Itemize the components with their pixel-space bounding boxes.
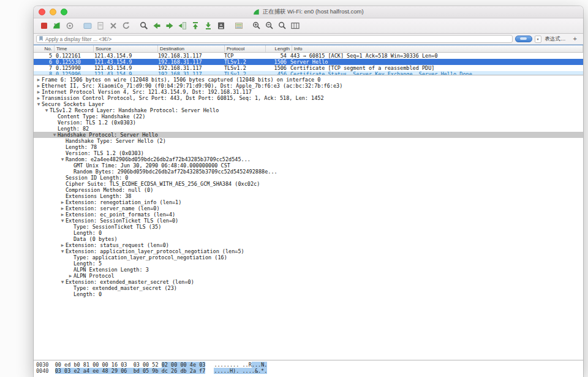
first-packet-icon[interactable] <box>189 20 202 32</box>
expression-button[interactable]: 表达式… <box>544 36 567 43</box>
colorize-packets-icon[interactable] <box>232 20 245 32</box>
zoom-out-icon[interactable] <box>263 20 276 32</box>
expand-arrow-icon[interactable]: ▶ <box>36 77 42 83</box>
hex-bytes[interactable]: 00 ed b0 81 00 00 16 03 03 00 52 <box>55 362 162 368</box>
collapse-arrow-icon[interactable]: ▼ <box>43 107 50 113</box>
auto-scroll-icon[interactable] <box>214 20 227 32</box>
tree-row[interactable]: Handshake Type: Server Hello (2) <box>34 138 583 144</box>
column-header-protocol[interactable]: Protocol <box>225 45 266 52</box>
column-header-info[interactable]: Info <box>292 45 583 52</box>
stop-capture-icon[interactable] <box>37 20 50 32</box>
tree-row[interactable]: Length: 78 <box>34 144 583 150</box>
collapse-arrow-icon[interactable]: ▼ <box>59 248 66 254</box>
ascii-bytes-selected[interactable]: .....H). ....&.*. <box>214 368 267 374</box>
expand-arrow-icon[interactable]: ▶ <box>59 211 66 218</box>
tree-row[interactable]: ▶Extension: server_name (len=0) <box>34 205 583 211</box>
filter-dropdown-arrow[interactable]: ▾ <box>535 36 541 43</box>
zoom-in-icon[interactable] <box>250 20 263 32</box>
tree-row[interactable]: Extensions Length: 38 <box>34 193 583 199</box>
minimize-window-button[interactable] <box>50 9 56 15</box>
last-packet-icon[interactable] <box>202 20 214 32</box>
display-filter-field[interactable] <box>36 35 513 43</box>
column-header-destination[interactable]: Destination <box>158 45 225 52</box>
collapse-arrow-icon[interactable]: ▼ <box>59 156 66 162</box>
expand-arrow-icon[interactable]: ▶ <box>59 242 66 248</box>
ascii-bytes-selected[interactable]: ...N. <box>252 362 268 368</box>
expand-arrow-icon[interactable]: ▶ <box>36 95 42 101</box>
tree-row[interactable]: Cipher Suite: TLS_ECDHE_ECDSA_WITH_AES_2… <box>34 181 583 187</box>
column-header-length[interactable]: Length <box>266 45 292 52</box>
tree-row[interactable]: ▼Random: e2a4ee482906bd059bdc26db2af72b4… <box>34 156 583 162</box>
tree-row[interactable]: ▶Extension: status_request (len=0) <box>34 242 583 248</box>
previous-packet-icon[interactable] <box>150 20 163 32</box>
column-header-no[interactable]: No. <box>34 45 55 52</box>
tree-row[interactable]: ▶Transmission Control Protocol, Src Port… <box>34 95 583 101</box>
filter-apply-button[interactable] <box>515 36 532 42</box>
open-file-icon[interactable] <box>81 20 94 32</box>
tree-row[interactable]: Content Type: Handshake (22) <box>34 113 583 120</box>
expand-arrow-icon[interactable]: ▶ <box>59 199 66 205</box>
packet-row-6[interactable]: 60.125530121.43.154.9192.168.31.117TLSv1… <box>34 59 583 65</box>
tree-row[interactable]: ▼Extension: SessionTicket TLS (len=0) <box>34 218 583 224</box>
packet-row-7[interactable]: 70.125990121.43.154.9192.168.31.117TLSv1… <box>34 65 583 71</box>
tree-row[interactable]: ▶Internet Protocol Version 4, Src: 121.4… <box>34 89 583 95</box>
expand-arrow-icon[interactable]: ▶ <box>36 83 42 89</box>
tree-row[interactable]: Length: 82 <box>34 126 583 132</box>
save-file-icon[interactable] <box>94 20 107 32</box>
collapse-arrow-icon[interactable]: ▼ <box>51 132 58 138</box>
tree-row[interactable]: ▶ALPN Protocol <box>34 273 583 279</box>
display-filter-input[interactable] <box>45 36 510 42</box>
ascii-bytes[interactable]: ........ ..R <box>214 362 251 368</box>
tree-row[interactable]: Type: extended_master_secret (23) <box>34 285 583 291</box>
zoom-window-button[interactable] <box>61 9 67 15</box>
tree-row[interactable]: ALPN Extension Length: 3 <box>34 267 583 273</box>
reload-file-icon[interactable] <box>119 20 132 32</box>
tree-row[interactable]: ▶Extension: renegotiation_info (len=1) <box>34 199 583 205</box>
hex-row[interactable]: 0040 03 03 e2 a4 ee 48 29 06 bd 05 9b dc… <box>36 368 583 374</box>
add-filter-button[interactable]: + <box>570 35 581 43</box>
tree-row[interactable]: Random Bytes: 2906bd059bdc26db2af72b4328… <box>34 169 583 175</box>
tree-row[interactable]: Session ID Length: 0 <box>34 175 583 181</box>
expand-arrow-icon[interactable]: ▶ <box>36 89 42 95</box>
tree-row[interactable]: ▶Extension: ec_point_formats (len=4) <box>34 211 583 218</box>
collapse-arrow-icon[interactable]: ▼ <box>36 101 42 107</box>
filter-bookmark-icon[interactable] <box>39 36 43 42</box>
resize-columns-icon[interactable] <box>288 20 301 32</box>
tree-row[interactable]: Compression Method: null (0) <box>34 187 583 193</box>
tree-row[interactable]: GMT Unix Time: Jun 30, 2090 06:48:40.000… <box>34 162 583 169</box>
tree-row[interactable]: Version: TLS 1.2 (0x0303) <box>34 120 583 126</box>
collapse-arrow-icon[interactable]: ▼ <box>59 218 66 224</box>
tree-row[interactable]: Data (0 bytes) <box>34 236 583 242</box>
next-packet-icon[interactable] <box>163 20 176 32</box>
restart-capture-icon[interactable] <box>50 20 63 32</box>
collapse-arrow-icon[interactable]: ▼ <box>59 279 66 285</box>
titlebar[interactable]: 正在捕获 Wi-Fi: en0 (host halfrost.com) <box>34 6 583 18</box>
go-to-packet-icon[interactable] <box>176 20 189 32</box>
column-header-source[interactable]: Source <box>94 45 158 52</box>
expand-arrow-icon[interactable]: ▶ <box>59 205 66 211</box>
tree-row[interactable]: ▼TLSv1.2 Record Layer: Handshake Protoco… <box>34 107 583 113</box>
tree-row[interactable]: ▼Extension: application_layer_protocol_n… <box>34 248 583 254</box>
capture-options-icon[interactable] <box>63 20 76 32</box>
close-file-icon[interactable] <box>107 20 119 32</box>
tree-row[interactable]: ▼Handshake Protocol: Server Hello <box>34 132 583 138</box>
packet-row-5[interactable]: 50.122161121.43.154.9192.168.31.117TCP54… <box>34 53 583 59</box>
zoom-original-icon[interactable] <box>276 20 288 32</box>
tree-row[interactable]: Length: 0 <box>34 291 583 297</box>
tree-row[interactable]: Version: TLS 1.2 (0x0303) <box>34 150 583 156</box>
hex-bytes-selected[interactable]: 03 03 e2 a4 ee 48 29 06 bd 05 9b dc 26 d… <box>55 368 206 374</box>
hex-row[interactable]: 0030 00 ed b0 81 00 00 16 03 03 00 52 02… <box>36 362 583 368</box>
expand-arrow-icon[interactable]: ▶ <box>67 273 74 279</box>
tree-row[interactable]: Length: 0 <box>34 230 583 236</box>
tree-row[interactable]: Type: application_layer_protocol_negotia… <box>34 254 583 261</box>
tree-row[interactable]: Type: SessionTicket TLS (35) <box>34 224 583 230</box>
tree-row[interactable]: Length: 5 <box>34 261 583 267</box>
hex-bytes-selected[interactable]: 02 00 00 4e 03 <box>162 362 206 368</box>
tree-row[interactable]: ▼Secure Sockets Layer <box>34 101 583 107</box>
column-header-time[interactable]: Time <box>55 45 94 52</box>
find-packet-icon[interactable] <box>137 20 150 32</box>
close-window-button[interactable] <box>39 9 45 15</box>
tree-row[interactable]: ▼Extension: extended_master_secret (len=… <box>34 279 583 285</box>
tree-row[interactable]: ▶Ethernet II, Src: XiaomiCo_71:d9:90 (f0… <box>34 83 583 89</box>
tree-row[interactable]: ▶Frame 6: 1506 bytes on wire (12048 bits… <box>34 77 583 83</box>
